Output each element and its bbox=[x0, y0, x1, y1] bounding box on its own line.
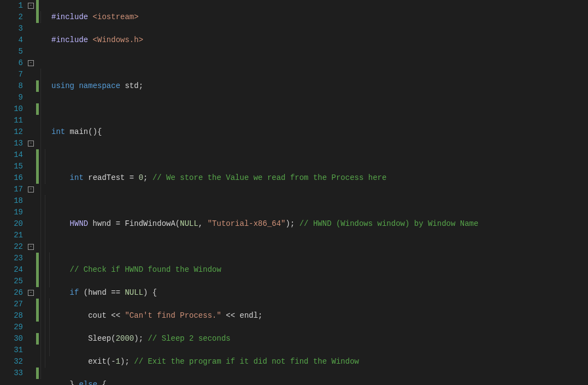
line-number: 23 bbox=[0, 253, 23, 264]
fold-toggle-icon[interactable]: - bbox=[28, 186, 34, 192]
code-line bbox=[51, 57, 588, 69]
line-number: 33 bbox=[0, 368, 23, 379]
code-line: #include <iostream> bbox=[51, 11, 588, 23]
line-number: 19 bbox=[0, 207, 23, 218]
line-number: 1 bbox=[0, 0, 23, 11]
change-bar bbox=[36, 149, 39, 184]
indent-guide bbox=[40, 69, 41, 379]
code-line: #include <Windows.h> bbox=[51, 34, 588, 46]
line-number: 10 bbox=[0, 103, 23, 115]
line-number: 29 bbox=[0, 322, 23, 333]
code-line bbox=[51, 149, 588, 161]
line-number: 6 bbox=[0, 57, 23, 69]
line-number: 26 bbox=[0, 287, 23, 299]
fold-toggle-icon[interactable]: - bbox=[28, 244, 34, 250]
code-line: cout << "Can't find Process." << endl; bbox=[51, 310, 588, 322]
code-editor[interactable]: #include <iostream> #include <Windows.h>… bbox=[50, 0, 588, 385]
indent-guide bbox=[49, 253, 50, 287]
indent-guide bbox=[45, 149, 45, 184]
change-bar bbox=[36, 368, 39, 379]
code-line: if (hwnd == NULL) { bbox=[51, 287, 588, 299]
line-number: 15 bbox=[0, 161, 23, 172]
line-number: 9 bbox=[0, 92, 23, 103]
line-number: 30 bbox=[0, 333, 23, 345]
line-number-gutter: 1234567891011121314151617181920212223242… bbox=[0, 0, 27, 385]
indent-guide bbox=[40, 11, 41, 23]
line-number: 2 bbox=[0, 11, 23, 23]
code-line bbox=[51, 103, 588, 115]
change-bar bbox=[36, 0, 39, 23]
line-number: 31 bbox=[0, 345, 23, 356]
line-number: 32 bbox=[0, 356, 23, 368]
change-bar bbox=[36, 103, 39, 115]
line-number: 25 bbox=[0, 276, 23, 287]
line-number: 20 bbox=[0, 218, 23, 230]
line-number: 7 bbox=[0, 69, 23, 80]
line-number: 5 bbox=[0, 46, 23, 57]
line-number: 14 bbox=[0, 149, 23, 161]
fold-toggle-icon[interactable]: - bbox=[28, 60, 34, 66]
code-line: } else { bbox=[51, 379, 588, 385]
code-line: int main(){ bbox=[51, 126, 588, 138]
line-number: 8 bbox=[0, 80, 23, 92]
code-line bbox=[51, 195, 588, 207]
fold-toggle-icon[interactable]: - bbox=[28, 3, 34, 9]
marker-column: ------ bbox=[27, 0, 50, 385]
line-number: 4 bbox=[0, 34, 23, 46]
change-bar bbox=[36, 333, 39, 345]
line-number: 21 bbox=[0, 230, 23, 241]
code-line: using namespace std; bbox=[51, 80, 588, 92]
change-bar bbox=[36, 299, 39, 322]
code-line: exit(-1); // Exit the program if it did … bbox=[51, 356, 588, 368]
fold-toggle-icon[interactable]: - bbox=[28, 141, 34, 147]
line-number: 3 bbox=[0, 23, 23, 34]
line-number: 22 bbox=[0, 241, 23, 253]
indent-guide bbox=[49, 299, 50, 356]
line-number: 17 bbox=[0, 184, 23, 195]
line-number: 24 bbox=[0, 264, 23, 276]
code-line: Sleep(2000); // Sleep 2 seconds bbox=[51, 333, 588, 345]
indent-guide bbox=[45, 195, 45, 368]
line-number: 12 bbox=[0, 126, 23, 138]
line-number: 13 bbox=[0, 138, 23, 149]
code-line: // Check if HWND found the Window bbox=[51, 264, 588, 276]
change-bar bbox=[36, 253, 39, 287]
code-line: int readTest = 0; // We store the Value … bbox=[51, 172, 588, 184]
code-line: HWND hwnd = FindWindowA(NULL, "Tutorial-… bbox=[51, 218, 588, 230]
fold-toggle-icon[interactable]: - bbox=[28, 290, 34, 296]
change-bar bbox=[36, 80, 39, 92]
code-line bbox=[51, 241, 588, 253]
line-number: 18 bbox=[0, 195, 23, 207]
line-number: 11 bbox=[0, 115, 23, 126]
line-number: 28 bbox=[0, 310, 23, 322]
line-number: 16 bbox=[0, 172, 23, 184]
line-number: 27 bbox=[0, 299, 23, 310]
